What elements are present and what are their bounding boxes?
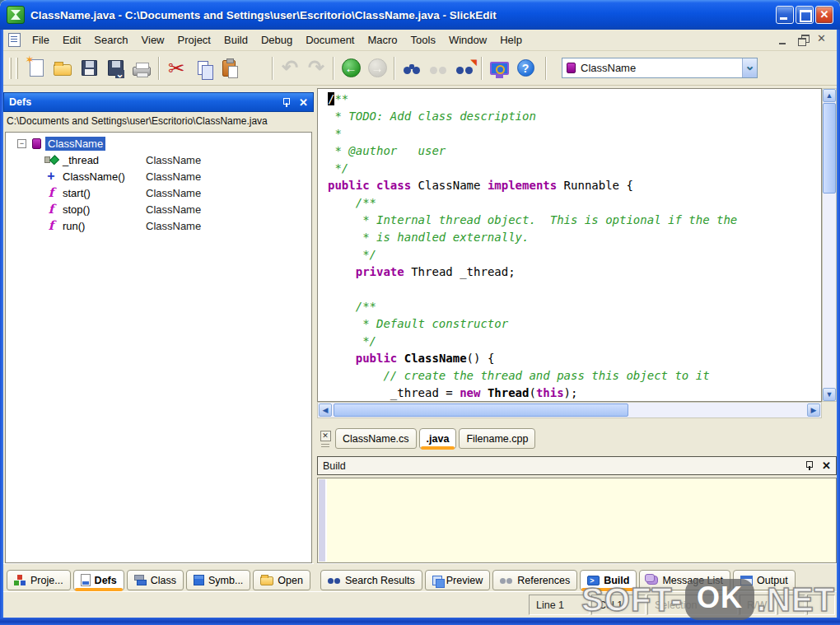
close-icon[interactable]: ✕: [299, 97, 308, 108]
back-button[interactable]: [338, 55, 364, 82]
menu-view[interactable]: View: [135, 30, 171, 49]
menu-project[interactable]: Project: [171, 30, 217, 49]
vertical-scroll-thumb[interactable]: [823, 103, 836, 194]
code-line: _thread = new Thread(this);: [328, 385, 821, 402]
tree-item-stop[interactable]: fstop()ClassName: [6, 201, 311, 217]
tree-item-classname[interactable]: −ClassName: [6, 135, 311, 152]
tab-open[interactable]: Open: [253, 570, 310, 590]
tab-symb[interactable]: Symb...: [186, 570, 250, 590]
tree-item-scope: ClassName: [146, 187, 201, 199]
code-line: [328, 281, 821, 298]
find-next-button[interactable]: [425, 55, 451, 82]
tab-java[interactable]: .java: [419, 428, 457, 449]
scroll-up-icon[interactable]: ▲: [823, 89, 836, 102]
pin-icon[interactable]: [805, 460, 814, 471]
tree-item-start[interactable]: fstart()ClassName: [6, 184, 311, 201]
mdi-close-button[interactable]: [817, 34, 830, 46]
copy-button[interactable]: [189, 55, 216, 82]
tab-preview[interactable]: Preview: [425, 570, 490, 590]
code-line: *: [328, 125, 821, 142]
scroll-left-icon[interactable]: ◀: [319, 403, 332, 417]
mdi-restore-button[interactable]: [797, 34, 810, 46]
chevron-down-icon[interactable]: [742, 58, 757, 77]
undo-button[interactable]: [277, 55, 303, 82]
menu-help[interactable]: Help: [493, 30, 529, 49]
monitor-button[interactable]: [486, 55, 512, 82]
close-document-icon[interactable]: ✕: [320, 431, 331, 441]
pin-icon[interactable]: [282, 97, 291, 108]
print-button[interactable]: [128, 55, 155, 82]
select-code-block-button[interactable]: [242, 55, 268, 82]
new-file-button[interactable]: [23, 55, 49, 82]
redo-button[interactable]: [303, 55, 329, 82]
code-line: * TODO: Add class description: [328, 108, 821, 125]
menu-edit[interactable]: Edit: [56, 30, 87, 49]
minimize-button[interactable]: [776, 6, 794, 24]
panel-splitter[interactable]: [314, 86, 317, 591]
menu-search[interactable]: Search: [87, 30, 134, 49]
back-icon: [342, 58, 361, 77]
class-icon: [30, 138, 43, 149]
help-button[interactable]: [512, 55, 539, 82]
scroll-down-icon[interactable]: ▼: [823, 388, 836, 401]
tab-class[interactable]: Class: [127, 570, 184, 590]
menu-document[interactable]: Document: [299, 30, 361, 49]
defs-panel-titlebar[interactable]: Defs ✕: [3, 92, 314, 112]
toolbar-grip[interactable]: [9, 58, 12, 79]
tab-label: Filename.cpp: [466, 433, 528, 445]
open-icon: [260, 576, 273, 585]
tab-label: Preview: [446, 575, 483, 586]
code-editor[interactable]: /** * TODO: Add class description * * @a…: [317, 88, 822, 402]
scroll-right-icon[interactable]: ▶: [807, 403, 820, 417]
tab-search-results[interactable]: Search Results: [320, 570, 422, 590]
mdi-minimize-button[interactable]: [777, 34, 791, 46]
paste-button[interactable]: [216, 55, 242, 82]
code-line: */: [328, 333, 821, 350]
watermark: SOFT- OK .NET: [581, 579, 835, 620]
document-icon[interactable]: [8, 33, 21, 47]
tree-item-classname[interactable]: +ClassName()ClassName: [6, 168, 311, 184]
tab-filename-cpp[interactable]: Filename.cpp: [459, 428, 535, 449]
symbol-combobox[interactable]: ClassName: [562, 58, 758, 78]
menu-file[interactable]: File: [26, 30, 56, 49]
tab-classname-cs[interactable]: ClassName.cs: [335, 428, 417, 449]
tab-references[interactable]: References: [492, 570, 577, 590]
code-line: * is handled externally.: [328, 229, 821, 246]
build-panel-titlebar[interactable]: Build ✕: [317, 456, 837, 475]
tree-item-label: stop(): [60, 203, 92, 217]
tab-label: Open: [278, 575, 303, 586]
tab-label: References: [517, 575, 570, 586]
build-output[interactable]: [317, 478, 837, 563]
find-button[interactable]: [399, 55, 425, 82]
editor-area: /** * TODO: Add class description * * @a…: [317, 88, 837, 419]
tree-item-thread[interactable]: _threadClassName: [6, 152, 311, 168]
code-line: /**: [328, 298, 821, 315]
horizontal-scroll-thumb[interactable]: [334, 403, 628, 417]
forward-button[interactable]: [364, 55, 390, 82]
open-file-button[interactable]: [49, 55, 76, 82]
menu-tools[interactable]: Tools: [404, 30, 442, 49]
help-icon: [517, 59, 534, 77]
vertical-scrollbar[interactable]: ▲ ▼: [822, 88, 837, 402]
cut-button[interactable]: [163, 55, 189, 82]
tabstrip-grip: [321, 444, 329, 447]
maximize-button[interactable]: [796, 6, 814, 24]
toolbar-separator: [333, 57, 334, 80]
menu-debug[interactable]: Debug: [254, 30, 299, 49]
close-icon[interactable]: ✕: [822, 460, 831, 471]
symbol-tree[interactable]: −ClassName_threadClassName+ClassName()Cl…: [5, 132, 312, 563]
find-references-button[interactable]: [451, 55, 478, 82]
menu-macro[interactable]: Macro: [361, 30, 404, 49]
tab-defs[interactable]: Defs: [73, 570, 124, 590]
menu-build[interactable]: Build: [217, 30, 254, 49]
menu-window[interactable]: Window: [442, 30, 493, 49]
slickedit-logo-icon: [7, 6, 25, 24]
horizontal-scrollbar[interactable]: ◀ ▶: [317, 402, 822, 418]
title-bar[interactable]: ClassName.java - C:\Documents and Settin…: [0, 0, 840, 30]
save-button[interactable]: [76, 55, 102, 82]
expander-icon[interactable]: −: [17, 139, 26, 148]
close-button[interactable]: [815, 6, 833, 24]
save-all-button[interactable]: [102, 55, 128, 82]
tab-proje[interactable]: Proje...: [7, 570, 71, 590]
tree-item-run[interactable]: frun()ClassName: [6, 217, 311, 234]
